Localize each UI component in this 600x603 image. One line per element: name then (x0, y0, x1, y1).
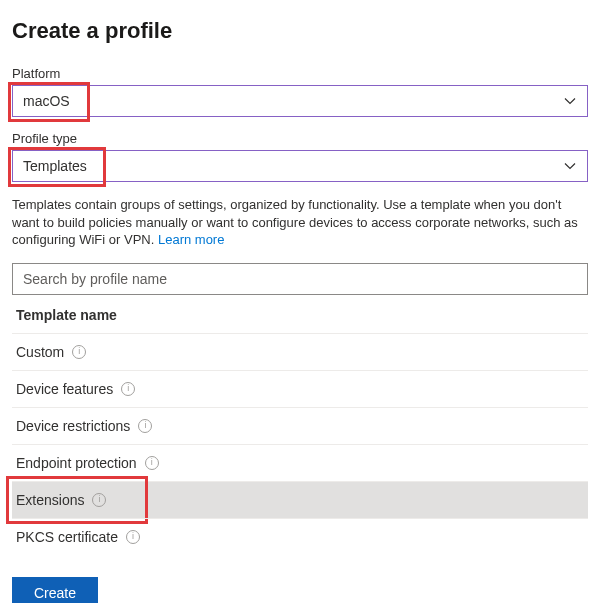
platform-label: Platform (12, 66, 588, 81)
platform-value: macOS (23, 93, 70, 109)
template-row-pkcs-certificate[interactable]: PKCS certificate i (12, 518, 588, 555)
info-icon[interactable]: i (145, 456, 159, 470)
profile-type-select[interactable]: Templates (12, 150, 588, 182)
template-row-custom[interactable]: Custom i (12, 333, 588, 370)
info-icon[interactable]: i (92, 493, 106, 507)
platform-select[interactable]: macOS (12, 85, 588, 117)
template-row-device-restrictions[interactable]: Device restrictions i (12, 407, 588, 444)
template-name-header: Template name (12, 295, 588, 333)
template-name: Custom (16, 344, 64, 360)
template-row-device-features[interactable]: Device features i (12, 370, 588, 407)
profile-type-label: Profile type (12, 131, 588, 146)
info-icon[interactable]: i (121, 382, 135, 396)
template-name: Device restrictions (16, 418, 130, 434)
template-name: Extensions (16, 492, 84, 508)
template-name: PKCS certificate (16, 529, 118, 545)
chevron-down-icon (563, 94, 577, 108)
template-row-endpoint-protection[interactable]: Endpoint protection i (12, 444, 588, 481)
info-icon[interactable]: i (126, 530, 140, 544)
page-title: Create a profile (12, 18, 588, 44)
template-name: Device features (16, 381, 113, 397)
description-text: Templates contain groups of settings, or… (12, 196, 588, 249)
template-name: Endpoint protection (16, 455, 137, 471)
info-icon[interactable]: i (72, 345, 86, 359)
info-icon[interactable]: i (138, 419, 152, 433)
chevron-down-icon (563, 159, 577, 173)
learn-more-link[interactable]: Learn more (158, 232, 224, 247)
template-row-extensions[interactable]: Extensions i (12, 481, 588, 518)
profile-type-value: Templates (23, 158, 87, 174)
create-button[interactable]: Create (12, 577, 98, 603)
template-list: Custom i Device features i Device restri… (12, 333, 588, 555)
search-input[interactable] (12, 263, 588, 295)
